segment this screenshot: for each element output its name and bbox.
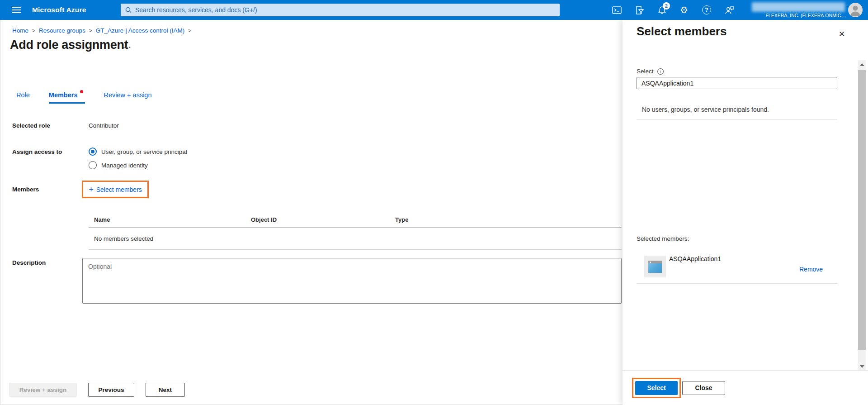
table-empty-row: No members selected	[89, 228, 622, 250]
select-members-button[interactable]: + Select members	[89, 186, 142, 194]
radio-managed-identity[interactable]: Managed identity	[89, 161, 148, 169]
remove-member-link[interactable]: Remove	[799, 266, 823, 273]
description-textarea[interactable]	[82, 258, 622, 304]
close-icon[interactable]: ✕	[835, 27, 849, 41]
breadcrumb-resource-groups-link[interactable]: Resource groups	[39, 27, 85, 34]
members-table-header: Name Object ID Type	[89, 212, 622, 228]
description-label: Description	[12, 259, 46, 266]
scrollbar-thumb[interactable]	[858, 70, 866, 350]
account-area[interactable]: FLEXERA, INC. (FLEXERA.ONMIC...	[752, 2, 845, 19]
select-button-annotation-box: Select	[632, 378, 681, 398]
breadcrumb: Home > Resource groups > GT_Azure | Acce…	[12, 27, 195, 34]
hamburger-menu-icon[interactable]	[6, 0, 26, 20]
unsaved-changes-dot-icon	[80, 90, 83, 93]
radio-unselected-icon	[89, 161, 97, 169]
members-table: Name Object ID Type No members selected	[89, 212, 622, 250]
scrollbar-up-arrow-icon[interactable]	[858, 60, 866, 69]
chevron-right-icon: >	[184, 28, 195, 34]
help-icon[interactable]: ?	[698, 0, 716, 20]
feedback-icon[interactable]	[720, 0, 738, 20]
radio-selected-icon	[89, 148, 97, 156]
panel-title: Select members	[637, 24, 726, 38]
members-label: Members	[12, 186, 39, 193]
column-header-type: Type	[390, 216, 622, 223]
panel-scrollbar[interactable]	[858, 60, 866, 371]
divider	[637, 119, 837, 120]
azure-portal-window: Microsoft Azure 2 ⚙ ? FLEXERA, IN	[0, 0, 868, 405]
tab-role[interactable]: Role	[16, 91, 30, 104]
previous-button[interactable]: Previous	[88, 383, 134, 397]
info-icon: i	[657, 68, 664, 75]
column-header-object-id: Object ID	[245, 216, 390, 223]
breadcrumb-iam-link[interactable]: GT_Azure | Access control (IAM)	[96, 27, 184, 34]
select-field-label: Select i	[637, 68, 664, 75]
column-header-name: Name	[89, 216, 245, 223]
panel-footer: Select Close	[623, 370, 868, 405]
cloud-shell-icon[interactable]	[608, 0, 626, 20]
tab-members[interactable]: Members	[49, 91, 85, 104]
directory-filter-icon[interactable]	[630, 0, 648, 20]
select-button[interactable]: Select	[635, 381, 678, 395]
add-icon: +	[89, 186, 94, 194]
radio-user-group-service-principal[interactable]: User, group, or service principal	[89, 148, 187, 156]
tab-bar: Role Members Review + assign	[16, 91, 170, 104]
selected-role-label: Selected role	[12, 122, 50, 129]
application-icon	[644, 256, 666, 277]
tab-review-assign[interactable]: Review + assign	[104, 91, 152, 104]
divider	[637, 283, 837, 284]
review-assign-button[interactable]: Review + assign	[9, 383, 77, 397]
tenant-name: FLEXERA, INC. (FLEXERA.ONMIC...	[752, 13, 845, 18]
notifications-bell-icon[interactable]: 2	[653, 0, 671, 20]
account-name-redacted	[752, 2, 845, 12]
product-logo[interactable]: Microsoft Azure	[32, 0, 86, 20]
select-members-panel: Select members ✕ Select i No users, grou…	[623, 20, 868, 405]
close-button[interactable]: Close	[682, 381, 725, 395]
search-input[interactable]	[135, 6, 555, 14]
notification-count-badge: 2	[663, 2, 670, 10]
avatar[interactable]	[848, 3, 863, 17]
page-title: Add role assignment	[10, 38, 128, 52]
selected-members-label: Selected members:	[637, 235, 689, 242]
chevron-right-icon: >	[85, 28, 96, 34]
member-search-input[interactable]	[637, 77, 837, 89]
selected-member-name: ASQAApplication1	[669, 255, 721, 262]
top-bar: Microsoft Azure 2 ⚙ ? FLEXERA, IN	[0, 0, 868, 20]
selected-role-value: Contributor	[89, 122, 119, 129]
more-options-button[interactable]: ···	[123, 43, 132, 52]
next-button[interactable]: Next	[146, 383, 185, 397]
scrollbar-down-arrow-icon[interactable]	[858, 362, 866, 371]
assign-access-to-label: Assign access to	[12, 148, 62, 155]
no-results-text: No users, groups, or service principals …	[642, 106, 769, 113]
search-icon	[125, 7, 132, 13]
settings-gear-icon[interactable]: ⚙	[675, 0, 693, 20]
chevron-right-icon: >	[28, 28, 39, 34]
breadcrumb-home-link[interactable]: Home	[12, 27, 28, 34]
global-search[interactable]	[121, 4, 560, 16]
select-members-annotation-box: + Select members	[82, 181, 149, 198]
